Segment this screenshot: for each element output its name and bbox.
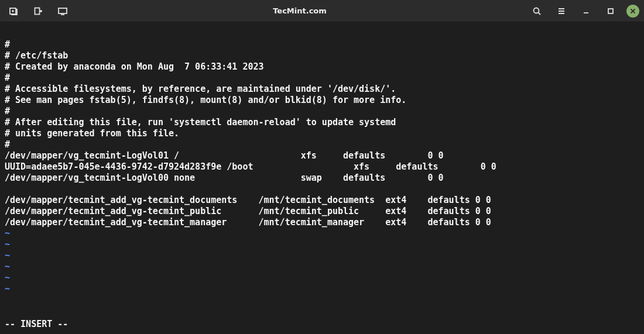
close-icon[interactable] bbox=[626, 5, 639, 18]
titlebar-right-controls bbox=[528, 2, 639, 20]
svg-point-3 bbox=[534, 8, 539, 13]
terminal-body: # # /etc/fstab # Created by anaconda on … bbox=[5, 28, 639, 295]
tilde-line: ~ bbox=[5, 239, 639, 250]
vim-mode-status: -- INSERT -- bbox=[5, 319, 639, 332]
maximize-icon[interactable] bbox=[602, 2, 619, 20]
titlebar: TecMint.com bbox=[0, 0, 644, 22]
search-icon[interactable] bbox=[528, 2, 546, 20]
svg-rect-2 bbox=[59, 8, 67, 13]
new-window-icon[interactable] bbox=[29, 2, 47, 20]
tilde-line: ~ bbox=[5, 261, 639, 273]
tilde-line: ~ bbox=[5, 250, 639, 261]
tilde-line: ~ bbox=[5, 228, 639, 239]
svg-rect-4 bbox=[608, 9, 613, 13]
window-title: TecMint.com bbox=[273, 6, 327, 15]
titlebar-left-controls bbox=[5, 2, 71, 20]
tilde-line: ~ bbox=[5, 284, 639, 295]
hamburger-menu-icon[interactable] bbox=[553, 2, 570, 20]
terminal-content: # # /etc/fstab # Created by anaconda on … bbox=[5, 28, 639, 228]
new-tab-icon[interactable] bbox=[5, 2, 22, 20]
screen-icon[interactable] bbox=[54, 2, 71, 20]
tilde-line: ~ bbox=[5, 273, 639, 284]
terminal[interactable]: # # /etc/fstab # Created by anaconda on … bbox=[0, 22, 644, 334]
svg-rect-1 bbox=[35, 8, 40, 14]
minimize-icon[interactable] bbox=[577, 2, 595, 20]
empty-lines: ~~~~~~ bbox=[5, 228, 639, 295]
